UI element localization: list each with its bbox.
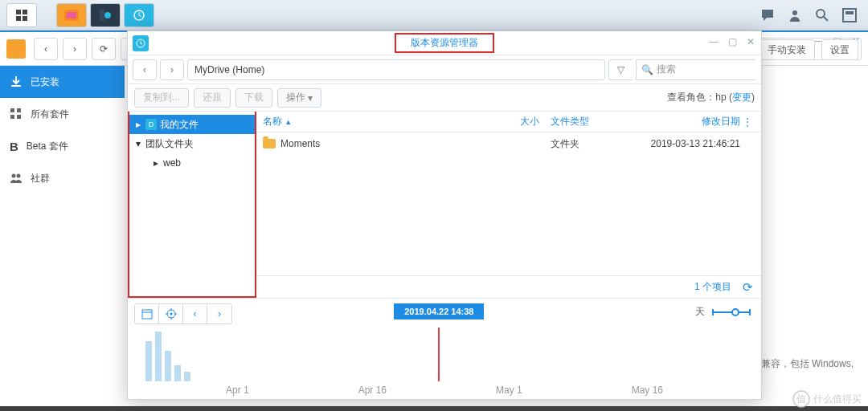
svg-rect-1 [23, 10, 27, 14]
restore-button[interactable]: 还原 [194, 88, 231, 108]
scale-slider-icon[interactable] [711, 307, 751, 318]
svg-rect-2 [16, 16, 21, 21]
svg-rect-16 [10, 115, 14, 119]
vw-nav-bar: ‹ › MyDrive (Home) ▽ 🔍搜索 [128, 55, 761, 84]
svg-rect-13 [845, 11, 854, 14]
app1-icon[interactable] [56, 3, 87, 27]
operations-button[interactable]: 操作 ▾ [277, 88, 321, 108]
vw-search-input[interactable]: 🔍搜索 [636, 59, 756, 80]
svg-point-24 [170, 313, 172, 315]
download-button[interactable]: 下载 [235, 88, 272, 108]
svg-rect-17 [17, 115, 21, 119]
vw-maximize-icon[interactable]: ▢ [728, 36, 737, 47]
back-button[interactable]: ‹ [34, 38, 58, 60]
forward-button[interactable]: › [63, 38, 87, 60]
chat-icon[interactable] [757, 5, 778, 26]
search-icon[interactable] [812, 5, 833, 26]
svg-text:值: 值 [796, 393, 806, 405]
vw-minimize-icon[interactable]: — [709, 36, 719, 47]
svg-point-9 [792, 10, 797, 15]
list-header: 名称 ▲ 大小 文件类型 修改日期 ⋮ [256, 112, 761, 132]
clock-icon [133, 35, 149, 51]
folder-icon [263, 139, 276, 149]
timeline-controls: ‹ › [134, 303, 232, 324]
app2-icon[interactable] [90, 3, 121, 27]
svg-rect-0 [16, 10, 21, 14]
vw-forward-button[interactable]: › [160, 59, 184, 80]
svg-rect-21 [142, 310, 152, 319]
target-icon[interactable] [159, 304, 183, 324]
timeline-panel: ‹ › 天 2019.04.22 14:38 Apr 1 Apr 16 May … [128, 298, 761, 399]
timeline-chart[interactable]: 2019.04.22 14:38 [137, 328, 751, 381]
version-explorer-window: 版本资源管理器 — ▢ ✕ ‹ › MyDrive (Home) ▽ 🔍搜索 复… [127, 31, 762, 400]
tl-prev-button[interactable]: ‹ [183, 304, 207, 324]
vw-back-button[interactable]: ‹ [133, 59, 157, 80]
filter-icon[interactable]: ▽ [608, 59, 633, 80]
widget-icon[interactable] [839, 5, 860, 26]
col-name[interactable]: 名称 ▲ [263, 115, 483, 128]
col-menu-icon[interactable]: ⋮ [740, 116, 755, 128]
svg-rect-15 [17, 108, 21, 112]
copy-button[interactable]: 复制到... [134, 88, 189, 108]
manual-install-button[interactable]: 手动安装 [759, 39, 815, 60]
apps-icon[interactable] [6, 3, 37, 27]
timeline-ticks: Apr 1 Apr 16 May 1 May 16 [137, 385, 751, 396]
svg-point-10 [817, 10, 825, 18]
svg-point-32 [732, 309, 739, 315]
col-size[interactable]: 大小 [483, 115, 539, 128]
pkg-icon [6, 39, 26, 59]
watermark: 值 什么值得买 [792, 390, 862, 408]
svg-line-11 [824, 17, 828, 21]
timeline-marker[interactable]: 2019.04.22 14:38 [438, 328, 440, 381]
change-role-link[interactable]: 变更 [732, 92, 751, 103]
bg-sidebar: 已安装 所有套件 BBeta 套件 社群 [0, 66, 125, 194]
refresh-button[interactable]: ⟳ [92, 38, 116, 60]
svg-rect-14 [10, 108, 14, 112]
svg-rect-5 [67, 12, 76, 18]
calendar-icon[interactable] [135, 304, 159, 324]
svg-rect-3 [23, 16, 27, 21]
vw-action-bar: 复制到... 还原 下载 操作 ▾ 查看角色：hp (变更) [128, 84, 761, 112]
svg-point-19 [17, 174, 21, 178]
dsm-topbar [0, 0, 868, 31]
settings-button[interactable]: 设置 [821, 39, 858, 60]
vw-title-text: 版本资源管理器 [395, 33, 494, 53]
svg-point-18 [12, 174, 16, 178]
sidebar-community[interactable]: 社群 [0, 162, 125, 194]
tree-web[interactable]: ▸web [129, 153, 255, 173]
tl-next-button[interactable]: › [207, 304, 231, 324]
refresh-icon[interactable]: ⟳ [743, 280, 753, 295]
svg-point-7 [104, 12, 111, 18]
tree-team-folder[interactable]: ▾团队文件夹 [129, 134, 255, 153]
sidebar-installed[interactable]: 已安装 [0, 66, 125, 98]
table-row[interactable]: Moments 文件夹 2019-03-13 21:46:21 [256, 132, 761, 155]
col-date[interactable]: 修改日期 [612, 115, 740, 128]
folder-tree: ▸D我的文件 ▾团队文件夹 ▸web [128, 112, 256, 298]
status-bar: 1 个项目 ⟳ [256, 275, 761, 298]
marker-label: 2019.04.22 14:38 [394, 303, 484, 319]
user-icon[interactable] [784, 5, 805, 26]
vw-close-icon[interactable]: ✕ [747, 36, 755, 47]
svg-rect-6 [100, 10, 104, 21]
taskbar [0, 406, 868, 411]
sidebar-all[interactable]: 所有套件 [0, 98, 125, 130]
col-type[interactable]: 文件类型 [539, 115, 612, 128]
app3-icon[interactable] [124, 3, 154, 27]
vw-titlebar: 版本资源管理器 — ▢ ✕ [128, 31, 761, 55]
vw-breadcrumb[interactable]: MyDrive (Home) [187, 59, 605, 80]
tree-my-files[interactable]: ▸D我的文件 [129, 115, 255, 134]
role-display: 查看角色：hp (变更) [667, 91, 755, 104]
sidebar-beta[interactable]: BBeta 套件 [0, 130, 125, 162]
timeline-scale: 天 [695, 305, 751, 319]
file-list: 名称 ▲ 大小 文件类型 修改日期 ⋮ Moments 文件夹 2019-03-… [256, 112, 761, 298]
svg-rect-12 [843, 9, 856, 22]
